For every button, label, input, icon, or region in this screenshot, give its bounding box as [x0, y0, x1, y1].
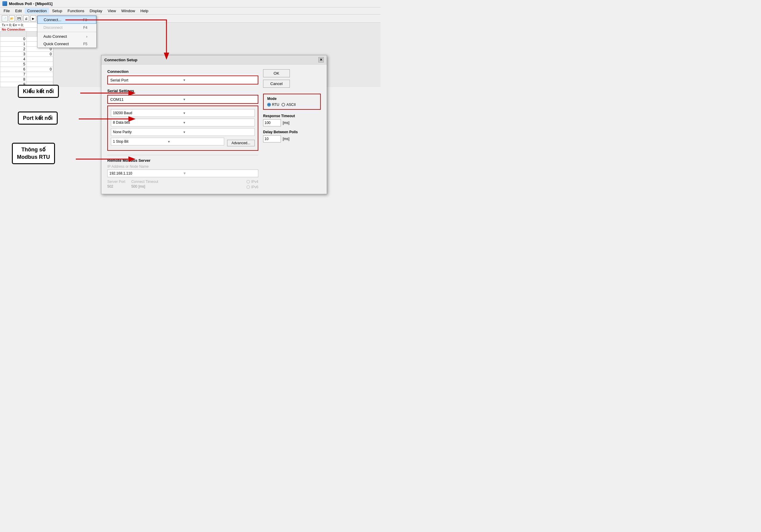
menu-display[interactable]: Display [88, 8, 105, 14]
mode-box: Mode RTU ASCII [263, 94, 321, 110]
menu-setup[interactable]: Setup [50, 8, 65, 14]
parity-arrow: ▼ [183, 131, 253, 134]
menu-edit[interactable]: Edit [13, 8, 24, 14]
ipv4-option[interactable]: IPv4 [247, 180, 258, 184]
serial-settings-group: Serial Settings COM11 ▼ 19200 Baud ▼ [107, 89, 258, 151]
delay-polls-label: Delay Between Polls [263, 130, 321, 134]
serial-settings-label: Serial Settings [107, 89, 258, 93]
delay-polls-unit: [ms] [283, 137, 290, 141]
connection-dropdown-arrow: ▼ [183, 79, 255, 82]
rtu-option[interactable]: RTU [267, 103, 279, 107]
connection-dropdown: Connect... F3 Disconnect F4 Auto Connect… [37, 16, 96, 48]
ascii-option[interactable]: ASCII [281, 103, 295, 107]
stopbit-select[interactable]: 1 Stop Bit ▼ [111, 138, 224, 146]
dialog-layout: Connection Serial Port ▼ Serial Settings… [107, 69, 321, 189]
com-port-select[interactable]: COM11 ▼ [107, 95, 258, 104]
menu-disconnect: Disconnect F4 [37, 24, 96, 31]
menu-window[interactable]: Window [119, 8, 137, 14]
rtu-radio[interactable] [267, 103, 271, 106]
response-timeout-group: Response Timeout [ms] [263, 114, 321, 126]
connection-group: Connection Serial Port ▼ [107, 69, 258, 85]
ascii-radio[interactable] [281, 103, 285, 106]
dialog-title-bar: Connection Setup ✕ [101, 55, 327, 65]
advanced-button[interactable]: Advanced... [227, 140, 255, 146]
toolbar-print[interactable]: 🖨 [23, 16, 29, 22]
connection-setup-dialog: Connection Setup ✕ Connection Serial Por… [101, 55, 327, 194]
table-row: 60 [0, 67, 53, 72]
stopbit-row: 1 Stop Bit ▼ Advanced... [111, 138, 255, 147]
table-row: 7 [0, 72, 53, 77]
menu-bar: File Edit Connection Setup Functions Dis… [0, 7, 380, 15]
com-port-value: COM11 [110, 97, 183, 102]
delay-polls-row: [ms] [263, 135, 321, 143]
title-bar: Modbus Poll - [Mbpoll1] [0, 0, 380, 7]
bottom-row: Server Port 502 Connect Timeout 500 [ms] [107, 180, 258, 189]
table-row: 4 [0, 57, 53, 62]
toolbar-extra[interactable]: ▶ [30, 16, 36, 22]
com-port-arrow: ▼ [183, 98, 255, 101]
table-row: 30 [0, 52, 53, 57]
menu-connect[interactable]: Connect... F3 [37, 16, 96, 24]
menu-auto-connect[interactable]: Auto Connect › [37, 33, 96, 40]
dialog-right-panel: OK Cancel Mode RTU [258, 69, 321, 189]
table-row: 5 [0, 62, 53, 67]
ipv6-option[interactable]: IPv6 [247, 185, 258, 189]
menu-help[interactable]: Help [138, 8, 151, 14]
parity-select[interactable]: None Parity ▼ [111, 128, 255, 136]
app-title: Modbus Poll - [Mbpoll1] [9, 1, 53, 6]
connection-value: Serial Port [110, 78, 183, 83]
response-timeout-input[interactable] [263, 119, 281, 126]
cancel-button[interactable]: Cancel [263, 80, 290, 88]
response-timeout-label: Response Timeout [263, 114, 321, 118]
delay-polls-input[interactable] [263, 135, 281, 143]
toolbar-new[interactable]: 📄 [2, 16, 8, 22]
toolbar-open[interactable]: 📂 [9, 16, 15, 22]
ipv4-radio[interactable] [247, 180, 250, 184]
menu-view[interactable]: View [105, 8, 118, 14]
app-icon [2, 1, 7, 6]
toolbar-save[interactable]: 💾 [16, 16, 22, 22]
ip-address-select[interactable]: 192.168.1.110 ▼ [107, 169, 258, 177]
menu-file[interactable]: File [1, 8, 12, 14]
ipv-group: IPv4 IPv6 [247, 180, 258, 189]
response-timeout-row: [ms] [263, 119, 321, 126]
connection-label: Connection [107, 69, 258, 74]
menu-connection[interactable]: Connection [25, 8, 49, 14]
stopbit-arrow: ▼ [167, 140, 222, 143]
mode-label: Mode [267, 97, 317, 101]
databits-arrow: ▼ [183, 121, 253, 124]
ok-button[interactable]: OK [263, 69, 290, 77]
ip-address-value: 192.168.1.110 [109, 171, 183, 175]
connect-timeout-field: Connect Timeout 500 [ms] [131, 180, 158, 189]
annotation-thong-so: Thông sốModbus RTU [12, 143, 55, 164]
ip-address-label: IP Address or Node Name [107, 164, 258, 169]
server-port-field: Server Port 502 [107, 180, 125, 189]
dropdown-separator [37, 32, 96, 32]
annotation-port-ket-noi: Port kết nối [18, 111, 58, 125]
remote-label: Remote Modbus Server [107, 158, 258, 163]
annotation-kieu-ket-noi: Kiểu kết nối [18, 85, 59, 98]
baud-arrow: ▼ [183, 111, 253, 115]
remote-modbus-section: Remote Modbus Server IP Address or Node … [107, 155, 258, 189]
connection-select[interactable]: Serial Port ▼ [107, 76, 258, 85]
dialog-title: Connection Setup [104, 58, 137, 62]
dialog-body: Connection Serial Port ▼ Serial Settings… [101, 65, 327, 194]
delay-between-polls-group: Delay Between Polls [ms] [263, 130, 321, 143]
menu-quick-connect[interactable]: Quick Connect F5 [37, 40, 96, 48]
menu-functions[interactable]: Functions [65, 8, 87, 14]
ipv6-radio[interactable] [247, 185, 250, 189]
response-timeout-unit: [ms] [283, 121, 290, 125]
serial-params-box: 19200 Baud ▼ 8 Data bits ▼ None Parity [107, 105, 258, 151]
mode-radio-row: RTU ASCII [267, 103, 317, 107]
dialog-main-section: Connection Serial Port ▼ Serial Settings… [107, 69, 258, 189]
baud-select[interactable]: 19200 Baud ▼ [111, 109, 255, 117]
databits-select[interactable]: 8 Data bits ▼ [111, 119, 255, 126]
table-row: 8 [0, 77, 53, 82]
ip-address-arrow: ▼ [183, 171, 256, 175]
dialog-close-button[interactable]: ✕ [319, 57, 324, 62]
